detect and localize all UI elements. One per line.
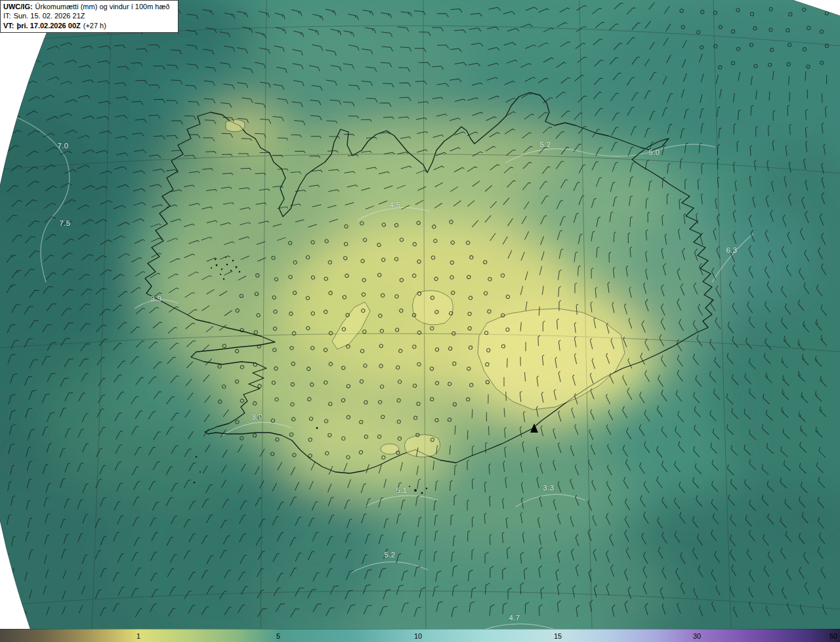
init-time: Sun. 15. 02. 2026 21Z xyxy=(14,12,85,20)
valid-time-label: VT: xyxy=(3,22,14,30)
wind-barb xyxy=(488,426,489,435)
colorbar-tick-1: 1 xyxy=(136,631,140,639)
valid-time-offset: (+27 h) xyxy=(83,22,106,30)
weather-map-page: 7.07.55.25.04.56.33.93.05.13.35.24.7 UWC… xyxy=(0,0,840,642)
colorbar-tick-30: 30 xyxy=(693,631,701,639)
model-name: UWC/IG: xyxy=(3,3,33,11)
init-time-label: IT: xyxy=(3,12,11,20)
colorbar-tick-10: 10 xyxy=(414,631,422,639)
glacier-drangajokull xyxy=(226,119,245,132)
title-line-model: UWC/IG:Úrkomumætti (mm) og vindur í 100m… xyxy=(3,2,173,11)
map-canvas xyxy=(0,0,840,629)
colorbar-tick-50: 50 xyxy=(830,631,837,639)
map-title: Úrkomumætti (mm) og vindur í 100m hæð xyxy=(35,3,170,11)
glacier-hofsjokull xyxy=(412,291,453,325)
wind-barb xyxy=(507,358,508,368)
glacier-myrdalsjokull xyxy=(404,435,440,457)
title-line-valid: VT:þri. 17.02.2026 00Z(+27 h) xyxy=(3,21,173,30)
colorbar-tick-15: 15 xyxy=(554,631,562,639)
precipitation-colorbar: 1510153050 xyxy=(0,629,840,642)
title-line-init: IT:Sun. 15. 02. 2026 21Z xyxy=(3,11,173,20)
colorbar-tick-5: 5 xyxy=(276,631,280,639)
map-title-box: UWC/IG:Úrkomumætti (mm) og vindur í 100m… xyxy=(0,0,178,33)
valid-time: þri. 17.02.2026 00Z xyxy=(17,22,81,30)
wind-barb xyxy=(805,72,806,81)
wind-barb xyxy=(506,391,507,400)
